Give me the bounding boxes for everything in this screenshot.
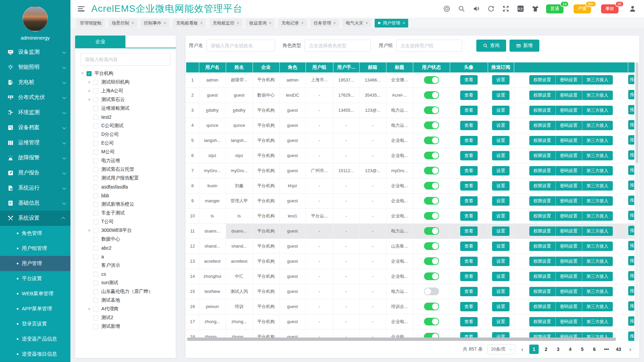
push-settings-button[interactable]: 设置 xyxy=(492,181,509,191)
password-settings-button[interactable]: 密码设置 xyxy=(556,91,582,100)
password-settings-button[interactable]: 密码设置 xyxy=(556,317,582,326)
password-settings-button[interactable]: 密码设置 xyxy=(556,121,582,130)
view-avatar-button[interactable]: 查看 xyxy=(460,121,478,130)
third-party-access-button[interactable]: 第三方接入 xyxy=(582,196,613,206)
view-avatar-button[interactable]: 查看 xyxy=(460,317,478,326)
sidebar-item-charging-pile[interactable]: 充电桩 xyxy=(0,75,70,90)
tree-node[interactable]: 山东赢伦电力（原广烨） xyxy=(81,287,176,296)
clipped-action-button[interactable]: 推送 xyxy=(628,150,634,160)
view-avatar-button[interactable]: 查看 xyxy=(460,196,478,206)
status-toggle[interactable] xyxy=(424,152,439,159)
submenu-item[interactable]: WEB菜单管理 xyxy=(0,286,70,301)
tree-node[interactable]: 电力运维 xyxy=(81,156,176,165)
password-settings-button[interactable]: 密码设置 xyxy=(556,136,582,145)
tree-checkbox[interactable] xyxy=(93,263,98,268)
push-settings-button[interactable]: 设置 xyxy=(492,242,509,251)
tab-收益查询[interactable]: 收益查询× xyxy=(246,19,275,28)
tree-checkbox[interactable] xyxy=(93,123,98,128)
permission-settings-button[interactable]: 权限设置 xyxy=(529,136,556,145)
tab-enterprise[interactable]: 企业 xyxy=(75,36,125,48)
user-icon[interactable] xyxy=(629,5,637,13)
status-toggle[interactable] xyxy=(424,121,439,129)
tree-checkbox[interactable] xyxy=(93,315,98,320)
push-settings-button[interactable]: 设置 xyxy=(492,136,509,145)
password-settings-button[interactable]: 密码设置 xyxy=(556,272,582,281)
third-party-access-button[interactable]: 第三方接入 xyxy=(582,181,613,191)
clipped-action-button[interactable]: 推送 xyxy=(628,211,634,220)
submenu-item[interactable]: 用户组管理 xyxy=(0,241,70,256)
submenu-item[interactable]: 用户管理 xyxy=(0,256,70,271)
password-settings-button[interactable]: 密码设置 xyxy=(556,75,582,85)
permission-settings-button[interactable]: 权限设置 xyxy=(529,272,556,281)
tab-充电桩监控[interactable]: 充电桩监控× xyxy=(209,19,243,28)
push-settings-button[interactable]: 设置 xyxy=(492,302,509,311)
tree-checkbox[interactable] xyxy=(93,307,98,312)
help-icon[interactable] xyxy=(443,5,451,13)
tree-node[interactable]: D分公司 xyxy=(81,130,176,139)
status-toggle[interactable] xyxy=(424,137,439,144)
collapse-arrow-icon[interactable] xyxy=(81,72,84,74)
tree-node[interactable]: T公司 xyxy=(81,217,176,226)
close-icon[interactable]: × xyxy=(237,21,239,25)
permission-settings-button[interactable]: 权限设置 xyxy=(529,196,556,206)
password-settings-button[interactable]: 密码设置 xyxy=(556,106,582,115)
status-toggle[interactable] xyxy=(424,182,439,190)
sidebar-item-system-run[interactable]: 系统运行 xyxy=(0,180,70,196)
push-settings-button[interactable]: 设置 xyxy=(492,91,509,100)
permission-settings-button[interactable]: 权限设置 xyxy=(529,302,556,311)
tree-checkbox[interactable] xyxy=(93,158,98,163)
alarm-badge[interactable]: 严重99+ xyxy=(574,4,591,13)
view-avatar-button[interactable]: 查看 xyxy=(460,302,478,311)
page-number-43[interactable]: 43 xyxy=(614,345,623,354)
tree-node[interactable]: 测试用户报告配置 xyxy=(81,174,176,183)
tree-checkbox[interactable] xyxy=(93,185,98,190)
password-settings-button[interactable]: 密码设置 xyxy=(556,287,582,296)
view-avatar-button[interactable]: 查看 xyxy=(460,257,478,266)
tree-node[interactable]: sun测试 xyxy=(81,278,176,287)
third-party-access-button[interactable]: 第三方接入 xyxy=(582,211,613,221)
view-avatar-button[interactable]: 查看 xyxy=(460,136,478,145)
tree-node[interactable]: 测试新增 xyxy=(81,322,176,331)
password-settings-button[interactable]: 密码设置 xyxy=(556,196,582,206)
tree-checkbox[interactable] xyxy=(93,237,98,242)
tab-任务管理[interactable]: 任务管理× xyxy=(310,19,339,28)
view-avatar-button[interactable]: 查看 xyxy=(460,75,478,85)
theme-icon[interactable] xyxy=(531,5,539,13)
third-party-access-button[interactable]: 第三方接入 xyxy=(582,151,613,160)
horizontal-scrollbar[interactable] xyxy=(187,338,616,341)
tree-checkbox[interactable] xyxy=(93,132,98,137)
password-settings-button[interactable]: 密码设置 xyxy=(556,166,582,175)
permission-settings-button[interactable]: 权限设置 xyxy=(529,91,556,100)
tree-checkbox[interactable] xyxy=(93,202,98,207)
tab-用户管理[interactable]: 用户管理× xyxy=(375,19,408,28)
submenu-item[interactable]: 逆变器产品信息 xyxy=(0,331,70,347)
view-avatar-button[interactable]: 查看 xyxy=(460,272,478,281)
tree-checkbox[interactable] xyxy=(93,176,98,181)
expand-arrow-icon[interactable] xyxy=(89,81,91,84)
push-settings-button[interactable]: 设置 xyxy=(492,272,509,281)
tree-checkbox[interactable] xyxy=(93,280,98,286)
tab-控制事件[interactable]: 控制事件× xyxy=(141,19,169,28)
tree-checkbox[interactable] xyxy=(93,106,98,111)
permission-settings-button[interactable]: 权限设置 xyxy=(529,287,556,296)
clipped-action-button[interactable]: 推送 xyxy=(628,271,634,280)
permission-settings-button[interactable]: 权限设置 xyxy=(529,121,556,130)
clipped-action-button[interactable]: 推送 xyxy=(628,331,634,341)
tree-search-input[interactable] xyxy=(80,53,170,66)
password-settings-button[interactable]: 密码设置 xyxy=(556,226,582,236)
clipped-action-button[interactable]: 推送 xyxy=(628,286,634,296)
page-number-2[interactable]: 2 xyxy=(541,345,551,354)
close-icon[interactable]: × xyxy=(200,21,203,25)
tree-node[interactable]: 测试新增乐橙云 xyxy=(81,200,176,209)
third-party-access-button[interactable]: 第三方接入 xyxy=(582,242,613,251)
tree-node[interactable]: 3000WEB平台 xyxy=(81,226,176,235)
sidebar-item-device-monitor[interactable]: 设备监测 xyxy=(0,45,70,60)
tab-充电桩看板[interactable]: 充电桩看板× xyxy=(173,19,206,28)
third-party-access-button[interactable]: 第三方接入 xyxy=(582,302,613,311)
sidebar-item-lighting[interactable]: 智能照明 xyxy=(0,60,70,75)
permission-settings-button[interactable]: 权限设置 xyxy=(529,226,556,236)
clipped-action-button[interactable]: 推送 xyxy=(628,90,634,99)
status-toggle[interactable] xyxy=(424,318,439,325)
page-number-5[interactable]: 5 xyxy=(578,345,587,354)
status-toggle[interactable] xyxy=(424,257,439,265)
